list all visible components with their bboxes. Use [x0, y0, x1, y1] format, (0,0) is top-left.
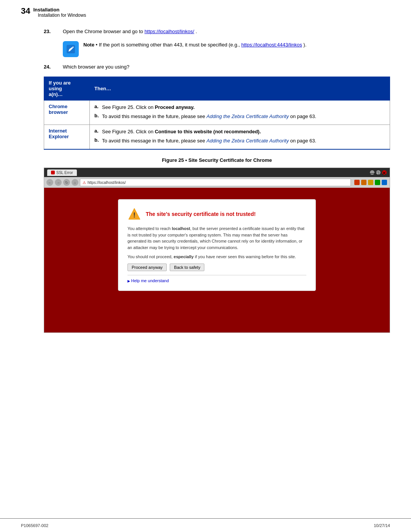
chrome-browser-label: Chromebrowser [49, 104, 68, 115]
tab-label: SSL Error [56, 171, 73, 175]
ie-ca-link[interactable]: Adding the Zebra Certificate Authority [207, 138, 289, 144]
ssl-title: The site's security certificate is not t… [146, 211, 256, 217]
home-btn[interactable]: ⌂ [72, 179, 78, 186]
chrome-window: SSL Error — □ ✕ ← → ↻ ⌂ ⚠ [44, 168, 390, 332]
svg-text:!: ! [133, 211, 135, 219]
address-bar[interactable]: ⚠ https://localhost/linkos/ [80, 179, 351, 186]
back-btn[interactable]: ← [46, 179, 53, 186]
ie-item-b-text: To avoid this message in the future, ple… [102, 137, 316, 145]
step-24-text: Which browser are you using? [63, 64, 390, 70]
bm4 [375, 180, 380, 185]
ssl-hostname: localhost [172, 226, 190, 231]
chrome-tab: SSL Error [47, 169, 77, 176]
note-label: Note [83, 42, 94, 48]
figure-caption: Figure 25 • Site Security Certificate fo… [44, 157, 390, 163]
note-bullet: • [96, 42, 99, 48]
chrome-item-b: b. To avoid this message in the future, … [94, 113, 385, 120]
note-content: Note • If the port is something other th… [83, 41, 306, 49]
ssl-warning-text: You should not proceed, especially if yo… [127, 254, 306, 259]
bm1 [354, 180, 360, 185]
ie-then: a. See Figure 26. Click on Continue to t… [90, 125, 390, 150]
footer: P1065697-002 10/27/14 [0, 518, 411, 532]
ie-item-a: a. See Figure 26. Click on Continue to t… [94, 128, 385, 136]
bm5 [382, 180, 387, 185]
header-left: Installation Installation for Windows [33, 7, 86, 18]
browser-ie: InternetExplorer [44, 125, 90, 150]
page-wrapper: 34 Installation Installation for Windows… [0, 0, 411, 532]
ssl-emphasis: especially [174, 254, 194, 259]
note-text: If the port is something other than 443,… [99, 42, 241, 48]
browser-chrome: Chromebrowser [44, 101, 90, 125]
minimize-btn[interactable]: — [370, 170, 374, 175]
close-btn[interactable]: ✕ [382, 170, 387, 175]
chrome-item-a-text: See Figure 25. Click on Proceed anyway. [102, 104, 194, 111]
ssl-help-link[interactable]: Help me understand [127, 278, 169, 283]
step-23: 23. Open the Chrome browser and go to ht… [44, 29, 390, 34]
table-row-chrome: Chromebrowser a. See Figure 25. Click on… [44, 101, 390, 125]
step-23-num: 23. [44, 29, 63, 34]
ssl-error-card: ! The site's security certificate is not… [118, 199, 316, 291]
sub-chapter-title: Installation for Windows [33, 13, 86, 18]
col1-header-line1: If you are [49, 80, 71, 86]
step-23-link[interactable]: https://localhost/linkos/ [145, 29, 194, 34]
chapter-title: Installation [33, 7, 86, 13]
ie-browser-label: InternetExplorer [49, 128, 69, 139]
page-number: 34 [21, 7, 30, 15]
step-24-num: 24. [44, 64, 63, 70]
screenshot-container: SSL Error — □ ✕ ← → ↻ ⌂ ⚠ [44, 168, 390, 333]
ie-item-b: b. To avoid this message in the future, … [94, 137, 385, 145]
chrome-item-b-label: b. [94, 113, 100, 118]
refresh-btn[interactable]: ↻ [63, 179, 70, 186]
chrome-item-b-text: To avoid this message in the future, ple… [102, 113, 316, 120]
chrome-bold-a: Proceed anyway. [155, 104, 195, 110]
note-icon [63, 41, 79, 57]
ssl-warning-icon: ! [127, 207, 141, 221]
note-block: Note • If the port is something other th… [63, 41, 390, 57]
ssl-body: You attempted to reach localhost, but th… [127, 225, 306, 251]
chrome-toolbar: ← → ↻ ⌂ ⚠ https://localhost/linkos/ [44, 177, 390, 188]
step-23-prefix: Open the Chrome browser and go to [63, 29, 145, 34]
col1-header-line3: a(n)… [49, 91, 63, 97]
lock-icon: ⚠ [83, 181, 86, 185]
ie-item-a-label: a. [94, 128, 100, 134]
chrome-item-a-label: a. [94, 104, 100, 109]
ssl-divider [127, 275, 306, 275]
main-content: 23. Open the Chrome browser and go to ht… [0, 21, 411, 363]
col-if-header: If you are using a(n)… [44, 77, 90, 101]
back-to-safety-btn[interactable]: Back to safety [170, 264, 204, 271]
footer-left: P1065697-002 [21, 523, 48, 528]
browser-table: If you are using a(n)… Then… Chromebrows… [44, 77, 390, 150]
ssl-header: ! The site's security certificate is not… [127, 207, 306, 221]
header-bar: 34 Installation Installation for Windows [0, 0, 411, 21]
bookmark-icons [354, 179, 387, 185]
chrome-titlebar: SSL Error — □ ✕ [44, 168, 390, 177]
chrome-win-controls: — □ ✕ [370, 170, 387, 175]
footer-right: 10/27/14 [374, 523, 390, 528]
chrome-item-a: a. See Figure 25. Click on Proceed anywa… [94, 104, 385, 111]
ie-bold-a: Continue to this website (not recommende… [155, 129, 261, 134]
col1-header-line2: using [49, 86, 62, 91]
note-link[interactable]: https://localhost:4443/linkos [241, 42, 302, 48]
address-text: https://localhost/linkos/ [88, 181, 126, 185]
pencil-icon [65, 44, 76, 54]
bm3 [368, 180, 373, 185]
note-text2: ). [303, 42, 306, 48]
header-chapter-block: 34 Installation Installation for Windows [21, 7, 86, 18]
maximize-btn[interactable]: □ [376, 170, 381, 175]
proceed-anyway-btn[interactable]: Proceed anyway [127, 264, 167, 271]
bm2 [361, 180, 366, 185]
tab-favicon [51, 171, 55, 174]
ie-item-b-label: b. [94, 137, 100, 143]
table-header-row: If you are using a(n)… Then… [44, 77, 390, 101]
step-23-text: Open the Chrome browser and go to https:… [63, 29, 390, 34]
ie-item-a-text: See Figure 26. Click on Continue to this… [102, 128, 261, 136]
ssl-buttons: Proceed anyway Back to safety [127, 264, 306, 271]
chrome-ca-link[interactable]: Adding the Zebra Certificate Authority [207, 113, 289, 119]
step-23-suffix: . [196, 29, 197, 34]
chrome-then: a. See Figure 25. Click on Proceed anywa… [90, 101, 390, 125]
col-then-header: Then… [90, 77, 390, 101]
forward-btn[interactable]: → [55, 179, 62, 186]
table-row-ie: InternetExplorer a. See Figure 26. Click… [44, 125, 390, 150]
step-24: 24. Which browser are you using? [44, 64, 390, 70]
chrome-content: ! The site's security certificate is not… [44, 188, 390, 332]
